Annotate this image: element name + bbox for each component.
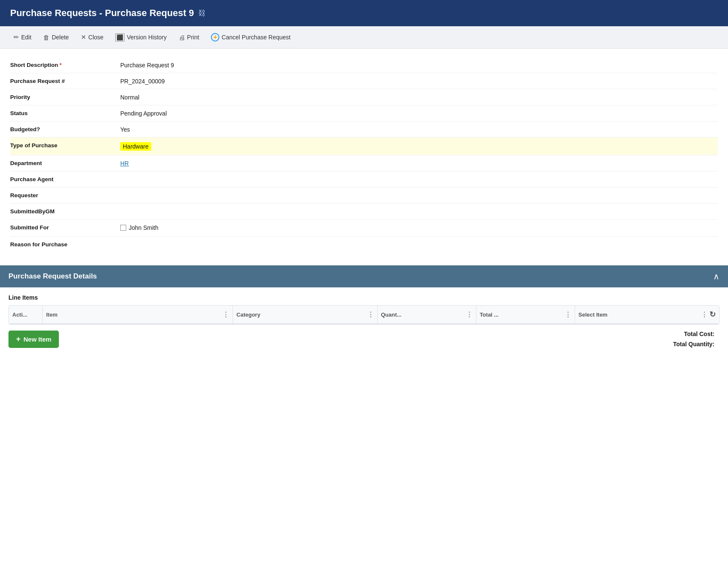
header-bar: Purchase Requests - Purchase Request 9 ⛓ <box>0 0 728 26</box>
th-category: Category ⋮ <box>233 306 377 323</box>
collapse-button[interactable]: ∧ <box>713 271 720 281</box>
th-select-item: Select Item ⋮ ↻ <box>575 306 719 323</box>
total-cost-label: Total Cost: <box>684 331 714 337</box>
table-header-row: Acti... Item ⋮ Category ⋮ Quant... ⋮ Tot… <box>9 306 719 324</box>
th-action: Acti... <box>9 306 43 323</box>
department-row: Department HR <box>10 155 718 171</box>
requester-label: Requester <box>10 192 120 199</box>
line-items-table: Acti... Item ⋮ Category ⋮ Quant... ⋮ Tot… <box>8 305 720 325</box>
type-of-purchase-value: Hardware <box>120 142 718 151</box>
purchase-agent-value <box>120 176 718 176</box>
th-total: Total ... ⋮ <box>476 306 575 323</box>
th-quantity-label: Quant... <box>381 312 401 318</box>
version-history-button[interactable]: ⬛ Version History <box>110 31 172 44</box>
th-item-label: Item <box>46 312 58 318</box>
requester-row: Requester <box>10 187 718 204</box>
page-title: Purchase Requests - Purchase Request 9 <box>10 8 194 19</box>
purchase-request-details-section: Purchase Request Details ∧ Line Items Ac… <box>0 265 728 356</box>
submitted-for-checkbox-group: John Smith <box>120 224 158 231</box>
status-row: Status Pending Approval <box>10 105 718 121</box>
th-category-label: Category <box>236 312 260 318</box>
section-header-title: Purchase Request Details <box>8 272 97 281</box>
th-total-label: Total ... <box>480 312 499 318</box>
cancel-icon: + <box>211 33 219 41</box>
department-label: Department <box>10 160 120 166</box>
edit-icon: ✏ <box>14 33 19 41</box>
submitted-for-label: Submitted For <box>10 224 120 231</box>
th-select-item-label: Select Item <box>579 312 608 318</box>
submitted-by-gm-value <box>120 208 718 208</box>
pr-number-row: Purchase Request # PR_2024_00009 <box>10 73 718 89</box>
priority-row: Priority Normal <box>10 89 718 105</box>
submitted-for-name: John Smith <box>129 224 158 231</box>
total-quantity-label: Total Quantity: <box>673 341 714 347</box>
cancel-label: Cancel Purchase Request <box>221 34 291 41</box>
submitted-for-checkbox[interactable] <box>120 225 126 231</box>
requester-value <box>120 192 718 192</box>
line-items-label: Line Items <box>8 294 720 301</box>
print-icon: 🖨 <box>179 34 185 41</box>
cancel-purchase-request-button[interactable]: + Cancel Purchase Request <box>206 30 296 44</box>
edit-button[interactable]: ✏ Edit <box>8 31 36 44</box>
totals-area: Total Cost: Total Quantity: <box>671 325 720 349</box>
close-button[interactable]: ✕ Close <box>76 31 109 44</box>
status-label: Status <box>10 110 120 116</box>
department-value: HR <box>120 160 718 167</box>
new-item-label: New Item <box>24 336 52 343</box>
delete-label: Delete <box>52 34 69 41</box>
total-cost-row: Total Cost: <box>684 331 718 337</box>
budgeted-value: Yes <box>120 126 718 133</box>
refresh-icon[interactable]: ↻ <box>709 310 716 319</box>
print-button[interactable]: 🖨 Print <box>174 31 205 44</box>
purchase-agent-row: Purchase Agent <box>10 171 718 187</box>
pr-number-label: Purchase Request # <box>10 77 120 84</box>
submitted-for-row: Submitted For John Smith <box>10 220 718 237</box>
section-header: Purchase Request Details ∧ <box>0 265 728 287</box>
type-of-purchase-row: Type of Purchase Hardware <box>10 138 718 155</box>
th-category-menu-icon[interactable]: ⋮ <box>367 311 374 319</box>
toolbar: ✏ Edit 🗑 Delete ✕ Close ⬛ Version Histor… <box>0 26 728 49</box>
purchase-agent-label: Purchase Agent <box>10 176 120 182</box>
th-item-menu-icon[interactable]: ⋮ <box>222 311 229 319</box>
new-item-button[interactable]: + New Item <box>8 331 59 348</box>
status-value: Pending Approval <box>120 110 718 117</box>
pr-number-value: PR_2024_00009 <box>120 77 718 85</box>
th-total-menu-icon[interactable]: ⋮ <box>565 311 571 319</box>
bottom-area: + New Item Total Cost: Total Quantity: <box>8 325 720 349</box>
close-label: Close <box>89 34 104 41</box>
print-label: Print <box>187 34 199 41</box>
delete-button[interactable]: 🗑 Delete <box>38 31 74 44</box>
priority-label: Priority <box>10 94 120 100</box>
form-area: Short Description * Purchase Request 9 P… <box>0 49 728 261</box>
type-of-purchase-label: Type of Purchase <box>10 142 120 149</box>
department-link[interactable]: HR <box>120 160 129 167</box>
th-action-label: Acti... <box>12 312 27 318</box>
submitted-by-gm-label: SubmittedByGM <box>10 208 120 215</box>
th-quantity: Quant... ⋮ <box>378 306 476 323</box>
plus-icon: + <box>16 335 21 344</box>
submitted-for-value: John Smith <box>120 224 718 232</box>
th-quantity-menu-icon[interactable]: ⋮ <box>466 311 473 319</box>
delete-icon: 🗑 <box>43 34 50 41</box>
th-item: Item ⋮ <box>43 306 233 323</box>
priority-value: Normal <box>120 94 718 101</box>
reason-row: Reason for Purchase <box>10 237 718 253</box>
budgeted-label: Budgeted? <box>10 126 120 132</box>
short-description-value: Purchase Request 9 <box>120 61 718 69</box>
budgeted-row: Budgeted? Yes <box>10 121 718 138</box>
version-history-label: Version History <box>127 34 166 41</box>
required-indicator: * <box>59 62 61 68</box>
short-description-label: Short Description * <box>10 61 120 68</box>
link-icon: ⛓ <box>198 9 206 18</box>
version-history-icon: ⬛ <box>115 33 125 41</box>
reason-value <box>120 241 718 241</box>
reason-label: Reason for Purchase <box>10 241 120 248</box>
total-quantity-row: Total Quantity: <box>673 341 718 347</box>
submitted-by-gm-row: SubmittedByGM <box>10 204 718 220</box>
close-icon: ✕ <box>81 33 86 41</box>
section-body: Line Items Acti... Item ⋮ Category ⋮ Qua… <box>0 287 728 356</box>
th-select-item-menu-icon[interactable]: ⋮ <box>701 311 708 319</box>
edit-label: Edit <box>21 34 31 41</box>
short-description-row: Short Description * Purchase Request 9 <box>10 57 718 73</box>
